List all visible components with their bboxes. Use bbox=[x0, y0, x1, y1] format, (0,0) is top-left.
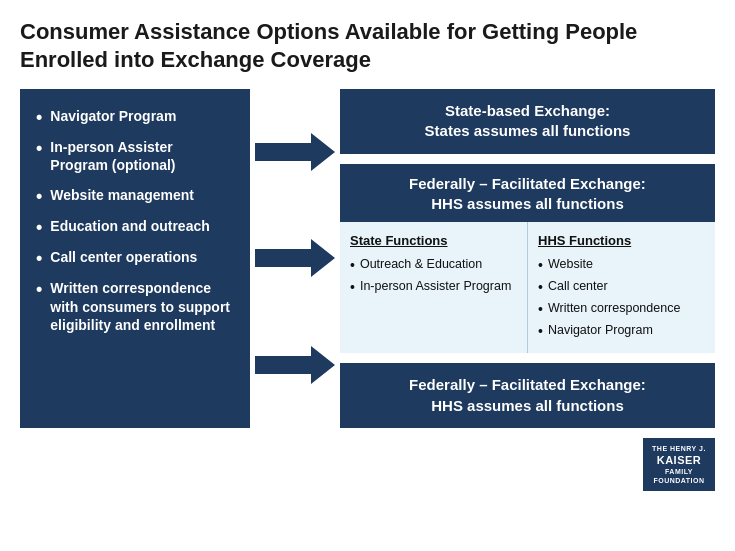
page-title: Consumer Assistance Options Available fo… bbox=[20, 18, 715, 73]
bullet-icon: • bbox=[36, 139, 42, 157]
logo-line2: KAISER bbox=[651, 453, 707, 467]
diagram: • Navigator Program • In-person Assister… bbox=[20, 89, 715, 428]
kaiser-logo: THE HENRY J. KAISER FAMILY FOUNDATION bbox=[643, 438, 715, 492]
federally-facilitated-split-box: Federally – Facilitated Exchange: HHS as… bbox=[340, 164, 715, 354]
list-item: • In-person Assister Program (optional) bbox=[36, 138, 234, 174]
list-item: • In-person Assister Program bbox=[350, 278, 517, 296]
list-item: • Call center operations bbox=[36, 248, 234, 267]
state-functions-title: State Functions bbox=[350, 232, 517, 250]
arrow-2-icon bbox=[255, 236, 335, 280]
list-item: • Written correspondence with consumers … bbox=[36, 279, 234, 334]
bullet-icon: • bbox=[36, 280, 42, 298]
list-item: • Education and outreach bbox=[36, 217, 234, 236]
state-based-exchange-box: State-based Exchange: States assumes all… bbox=[340, 89, 715, 154]
bullet-icon: • bbox=[538, 323, 543, 340]
logo-area: THE HENRY J. KAISER FAMILY FOUNDATION bbox=[20, 438, 715, 492]
logo-line1: THE HENRY J. bbox=[651, 444, 707, 453]
logo-line3: FAMILY FOUNDATION bbox=[651, 467, 707, 485]
bullet-icon: • bbox=[538, 301, 543, 318]
bullet-icon: • bbox=[350, 257, 355, 274]
list-item: • Website bbox=[538, 256, 705, 274]
hhs-functions-title: HHS Functions bbox=[538, 232, 705, 250]
bullet-icon: • bbox=[538, 257, 543, 274]
bullet-icon: • bbox=[36, 108, 42, 126]
split-body: State Functions • Outreach & Education •… bbox=[340, 222, 715, 353]
bullet-icon: • bbox=[538, 279, 543, 296]
arrow-3-icon bbox=[255, 343, 335, 387]
bullet-icon: • bbox=[350, 279, 355, 296]
arrow-1-icon bbox=[255, 130, 335, 174]
list-item: • Written correspondence bbox=[538, 300, 705, 318]
state-functions-col: State Functions • Outreach & Education •… bbox=[340, 222, 528, 353]
list-item: • Navigator Program bbox=[36, 107, 234, 126]
list-item: • Website management bbox=[36, 186, 234, 205]
bullet-icon: • bbox=[36, 218, 42, 236]
left-column: • Navigator Program • In-person Assister… bbox=[20, 89, 250, 428]
list-item: • Call center bbox=[538, 278, 705, 296]
hhs-functions-col: HHS Functions • Website • Call center • … bbox=[528, 222, 715, 353]
svg-marker-2 bbox=[255, 346, 335, 384]
arrows-column bbox=[250, 89, 340, 428]
federally-facilitated-box3: Federally – Facilitated Exchange: HHS as… bbox=[340, 363, 715, 428]
list-item: • Outreach & Education bbox=[350, 256, 517, 274]
bullet-icon: • bbox=[36, 249, 42, 267]
bullet-icon: • bbox=[36, 187, 42, 205]
list-item: • Navigator Program bbox=[538, 322, 705, 340]
svg-marker-0 bbox=[255, 133, 335, 171]
federally-facilitated-header: Federally – Facilitated Exchange: HHS as… bbox=[340, 164, 715, 223]
right-column: State-based Exchange: States assumes all… bbox=[340, 89, 715, 428]
svg-marker-1 bbox=[255, 239, 335, 277]
